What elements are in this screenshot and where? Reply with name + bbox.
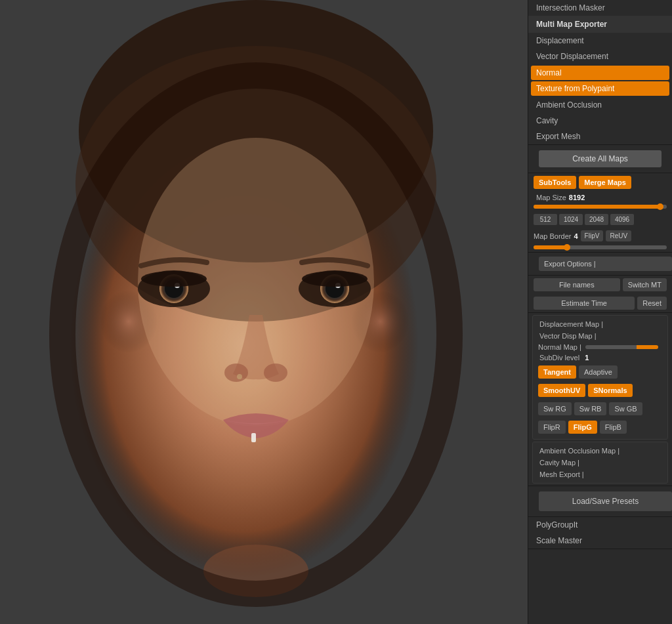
displacement-map-panel: Displacement Map | Vector Disp Map | Nor… [532,315,668,440]
multi-map-exporter-header: Multi Map Exporter [528,16,672,33]
create-maps-section: Create All Maps [528,145,672,173]
subtools-section: SubTools Merge Maps Map Size 8192 512 10… [528,173,672,253]
sw-gb-button[interactable]: Sw GB [609,402,642,415]
load-save-presets-button[interactable]: Load/Save Presets [539,491,672,511]
sw-rb-button[interactable]: Sw RB [574,402,607,415]
flip-r-button[interactable]: FlipR [538,421,566,434]
map-border-label: Map Border [534,232,571,240]
cavity-map-item[interactable]: Cavity Map | [533,457,667,468]
top-menu-section: Intersection Masker Multi Map Exporter D… [528,0,672,145]
map-border-slider[interactable] [534,245,667,249]
right-panel: Intersection Masker Multi Map Exporter D… [528,0,672,624]
flip-b-button[interactable]: FlipB [600,421,627,434]
subtools-button[interactable]: SubTools [534,176,576,189]
normal-map-label[interactable]: Normal Map | [538,343,581,351]
ambient-occlusion-map-item[interactable]: Ambient Occlusion Map | [533,445,667,457]
texture-polypaint-item[interactable]: Texture from Polypaint [531,81,669,96]
svg-point-11 [141,271,207,287]
polygroup-it-item[interactable]: PolyGroupIt [528,517,672,533]
flipv-button[interactable]: FlipV [581,230,604,241]
svg-rect-20 [251,433,256,442]
map-size-thumb[interactable] [657,203,663,210]
svg-point-19 [237,374,242,379]
subdiv-label: SubDiv level [539,354,579,362]
flip-g-button[interactable]: FlipG [568,421,597,434]
merge-maps-button[interactable]: Merge Maps [579,176,631,189]
subdiv-value: 1 [585,354,589,362]
sw-rg-button[interactable]: Sw RG [538,402,572,415]
mesh-export-item[interactable]: Mesh Export | [533,468,667,480]
snormals-button[interactable]: SNormals [588,384,632,397]
file-names-section: File names Switch MT Estimate Time Reset [528,276,672,313]
reuv-button[interactable]: ReUV [606,230,631,241]
ambient-occlusion-item[interactable]: Ambient Occlusion [528,97,672,113]
switch-mt-button[interactable]: Switch MT [623,278,667,291]
displacement-map-item[interactable]: Displacement Map | [533,318,667,330]
size-2048-button[interactable]: 2048 [585,214,608,225]
reset-button[interactable]: Reset [637,297,667,310]
cavity-item[interactable]: Cavity [528,113,672,129]
estimate-time-button[interactable]: Estimate Time [534,297,635,310]
create-all-maps-button[interactable]: Create All Maps [539,150,662,167]
file-names-button[interactable]: File names [534,278,620,291]
export-options-section: Export Options | [528,253,672,276]
scale-master-item[interactable]: Scale Master [528,533,672,549]
export-options-button[interactable]: Export Options | [539,257,672,271]
maps-section: Displacement Map | Vector Disp Map | Nor… [528,313,672,486]
svg-point-18 [264,364,287,382]
smooth-uv-button[interactable]: SmoothUV [538,384,585,397]
map-size-slider[interactable] [534,205,667,209]
ao-map-panel: Ambient Occlusion Map | Cavity Map | Mes… [532,442,668,484]
export-mesh-item[interactable]: Export Mesh [528,129,672,144]
intersection-masker-item[interactable]: Intersection Masker [528,0,672,16]
adaptive-button[interactable]: Adaptive [579,365,618,379]
svg-point-16 [302,271,368,287]
size-1024-button[interactable]: 1024 [559,214,583,225]
presets-section: Load/Save Presets [528,486,672,517]
bottom-menu-section: PolyGroupIt Scale Master [528,517,672,549]
size-4096-button[interactable]: 4096 [610,214,634,225]
canvas-viewport[interactable] [0,0,528,624]
size-512-button[interactable]: 512 [534,214,557,225]
map-border-thumb[interactable] [564,244,570,251]
svg-point-17 [224,364,248,382]
normal-map-slider[interactable] [585,345,658,349]
displacement-item[interactable]: Displacement [528,33,672,49]
map-size-value: 8192 [569,194,585,201]
vector-disp-map-item[interactable]: Vector Disp Map | [533,330,667,342]
normal-item[interactable]: Normal [531,66,669,80]
map-border-value: 4 [574,232,578,240]
vector-displacement-item[interactable]: Vector Displacement [528,49,672,64]
tangent-button[interactable]: Tangent [538,365,576,379]
map-size-label: Map Size [536,194,566,201]
normal-map-row: Normal Map | [533,342,667,352]
